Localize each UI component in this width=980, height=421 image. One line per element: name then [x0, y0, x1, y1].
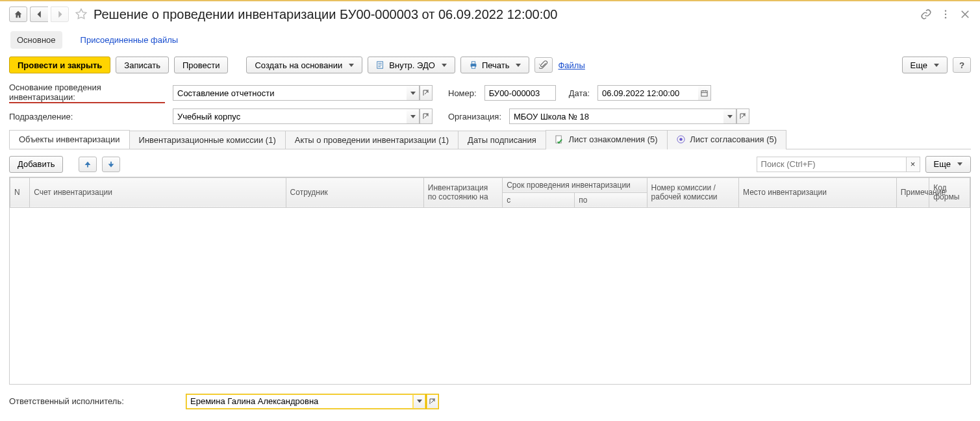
open-ref-icon[interactable]: [420, 85, 433, 101]
tab-approval[interactable]: Лист согласования (5): [667, 130, 786, 149]
sub-tabs: Объекты инвентаризации Инвентаризационны…: [9, 129, 971, 149]
home-icon: [14, 10, 23, 19]
toolbar: Провести и закрыть Записать Провести Соз…: [9, 57, 971, 73]
nav-tab-files[interactable]: Присоединенные файлы: [74, 31, 185, 49]
files-link[interactable]: Файлы: [558, 60, 584, 70]
col-place[interactable]: Место инвентаризации: [739, 177, 897, 207]
svg-point-2: [945, 17, 946, 18]
post-and-close-button[interactable]: Провести и закрыть: [9, 57, 110, 73]
approval-sheet-icon: [677, 135, 685, 146]
open-ref-icon[interactable]: [736, 108, 749, 124]
printer-icon: [469, 60, 478, 70]
tab-commissions[interactable]: Инвентаризационные комиссии (1): [129, 131, 286, 149]
svg-point-1: [945, 14, 946, 15]
edo-document-icon: [376, 60, 385, 70]
col-note[interactable]: Примечание: [896, 177, 929, 207]
number-input: [484, 85, 556, 101]
open-ref-icon[interactable]: [420, 108, 433, 124]
basis-input[interactable]: [173, 85, 407, 101]
help-button[interactable]: ?: [953, 57, 971, 73]
svg-rect-7: [701, 90, 707, 96]
tab-sign-dates[interactable]: Даты подписания: [458, 131, 546, 149]
col-account[interactable]: Счет инвентаризации: [30, 177, 286, 207]
dropdown-icon[interactable]: [407, 108, 420, 124]
tab-awareness[interactable]: Лист ознакомления (5): [546, 130, 668, 149]
grid-scrollbar[interactable]: [10, 374, 970, 384]
move-up-button[interactable]: [79, 157, 97, 172]
responsible-label: Ответственный исполнитель:: [9, 396, 178, 406]
date-input[interactable]: [597, 85, 698, 101]
responsible-input[interactable]: [186, 394, 413, 409]
paperclip-icon: [539, 60, 548, 70]
page-title: Решение о проведении инвентаризации БУ00…: [94, 7, 558, 22]
svg-point-0: [945, 10, 946, 12]
number-field: [484, 85, 556, 101]
toolbar-more-button[interactable]: Еще: [902, 57, 948, 73]
back-button[interactable]: [30, 6, 48, 22]
move-down-button[interactable]: [102, 157, 120, 172]
arrow-up-icon: [83, 160, 92, 169]
tab-acts[interactable]: Акты о проведении инвентаризации (1): [285, 131, 459, 149]
awareness-sheet-icon: [555, 135, 564, 146]
col-asof[interactable]: Инвентаризация по состоянию на: [423, 177, 502, 207]
forward-button[interactable]: [51, 6, 69, 22]
grid-body[interactable]: [10, 208, 970, 374]
close-icon[interactable]: [959, 8, 971, 20]
home-button[interactable]: [9, 6, 27, 22]
responsible-field[interactable]: [186, 394, 439, 409]
col-period-group[interactable]: Срок проведения инвентаризации: [503, 177, 647, 192]
create-based-button[interactable]: Создать на основании: [246, 57, 362, 73]
save-button[interactable]: Записать: [116, 57, 169, 73]
org-field[interactable]: [509, 108, 749, 124]
calendar-icon[interactable]: [698, 85, 711, 101]
dropdown-icon[interactable]: [723, 108, 736, 124]
nav-tab-main[interactable]: Основное: [10, 31, 62, 49]
svg-rect-5: [471, 62, 475, 64]
org-label: Организация:: [448, 112, 501, 121]
arrow-down-icon: [107, 160, 116, 169]
subdiv-field[interactable]: [173, 108, 433, 124]
date-label: Дата:: [569, 88, 590, 98]
attach-button[interactable]: [534, 57, 553, 73]
col-to[interactable]: по: [575, 192, 647, 207]
col-n[interactable]: N: [10, 177, 30, 207]
number-label: Номер:: [448, 88, 477, 98]
link-icon[interactable]: [920, 8, 932, 20]
grid-search-input[interactable]: [757, 157, 906, 172]
dropdown-icon[interactable]: [407, 85, 420, 101]
dropdown-icon[interactable]: [413, 394, 426, 409]
tab-objects[interactable]: Объекты инвентаризации: [9, 130, 130, 149]
subdiv-label: Подразделение:: [9, 112, 165, 121]
nav-tabs: Основное Присоединенные файлы: [9, 31, 971, 49]
col-commission[interactable]: Номер комиссии / рабочей комиссии: [647, 177, 739, 207]
titlebar: Решение о проведении инвентаризации БУ00…: [9, 6, 971, 22]
edo-button[interactable]: Внутр. ЭДО: [368, 57, 455, 73]
col-from[interactable]: с: [503, 192, 575, 207]
arrow-right-icon: [55, 10, 64, 19]
col-formcode[interactable]: Код формы: [929, 177, 970, 207]
add-row-button[interactable]: Добавить: [9, 156, 63, 173]
open-ref-icon[interactable]: [426, 394, 439, 409]
subdiv-input[interactable]: [173, 108, 407, 124]
clear-search-icon[interactable]: ×: [906, 157, 920, 172]
date-field[interactable]: [597, 85, 711, 101]
grid: N Счет инвентаризации Сотрудник Инвентар…: [9, 177, 971, 385]
post-button[interactable]: Провести: [174, 57, 229, 73]
grid-more-button[interactable]: Еще: [925, 156, 971, 173]
favorite-star-icon[interactable]: [74, 7, 88, 21]
svg-rect-6: [471, 66, 475, 69]
col-employee[interactable]: Сотрудник: [286, 177, 423, 207]
print-button[interactable]: Печать: [460, 57, 530, 73]
org-input[interactable]: [509, 108, 723, 124]
kebab-menu-icon[interactable]: [940, 8, 951, 20]
basis-label: Основание проведения инвентаризации:: [9, 83, 165, 103]
grid-search[interactable]: ×: [757, 157, 920, 172]
basis-field[interactable]: [173, 85, 433, 101]
arrow-left-icon: [35, 10, 44, 19]
svg-point-10: [679, 138, 683, 141]
grid-toolbar: Добавить × Еще: [9, 156, 971, 173]
